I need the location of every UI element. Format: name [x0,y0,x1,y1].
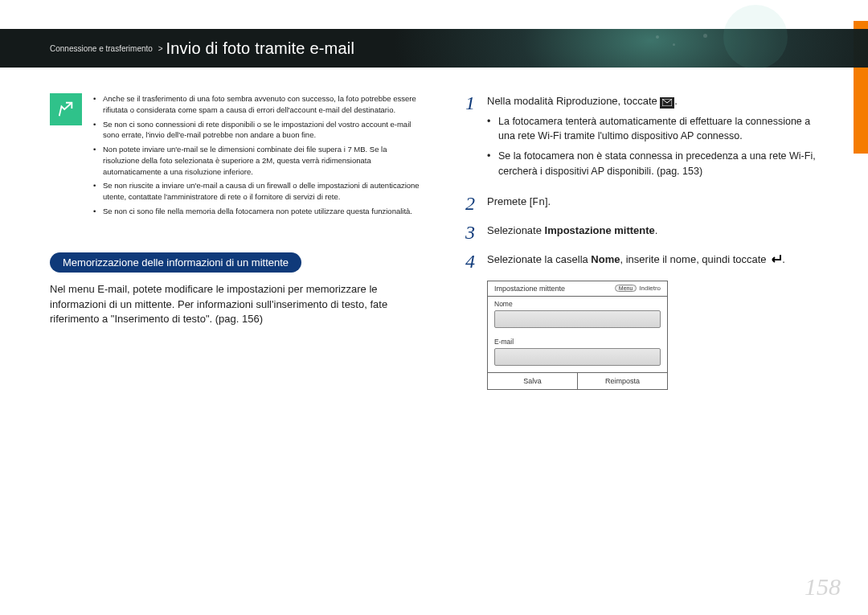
panel-buttons: Salva Reimposta [488,372,667,389]
section-subheading: Memorizzazione delle informazioni di un … [50,252,301,273]
left-column: Anche se il trasferimento di una foto se… [50,93,434,583]
breadcrumb-section: Connessione e trasferimento [50,44,153,53]
step-body: Selezionate la casella Nome, inserite il… [487,252,829,271]
step-text-post: . [674,95,678,107]
note-item: Se non ci sono connessioni di rete dispo… [93,119,424,141]
panel-header: Impostazione mittente Menu Indietro [488,281,667,296]
right-column: 1 Nella modalità Riproduzione, toccate .… [463,93,829,583]
name-field[interactable] [494,310,661,328]
note-item: Non potete inviare un'e-mail se le dimen… [93,144,424,177]
step-text-post: . [782,253,785,265]
breadcrumb: Connessione e trasferimento > [50,44,166,53]
step-text-pre: Nella modalità Riproduzione, toccate [487,95,660,107]
step-sub-list: La fotocamera tenterà automaticamente di… [487,114,829,179]
page-title: Invio di foto tramite e-mail [166,39,354,58]
step-body: Premete [Fn]. [487,194,829,213]
panel-back[interactable]: Menu Indietro [615,285,661,292]
save-button[interactable]: Salva [488,373,577,389]
step-1: 1 Nella modalità Riproduzione, toccate .… [463,93,829,184]
page-number: 158 [805,573,841,601]
email-field[interactable] [494,348,661,366]
panel-name-section: Nome [488,297,667,334]
breadcrumb-sep: > [158,44,163,53]
step-text-mid: , inserite il nome, quindi toccate [620,253,769,265]
section-paragraph: Nel menu E-mail, potete modificare le im… [50,282,434,328]
step-text-pre: Selezionate la casella [487,253,591,265]
note-item: Anche se il trasferimento di una foto se… [93,93,424,116]
step-text-pre: Premete [ [487,195,532,207]
note-icon [50,93,82,125]
step-2: 2 Premete [Fn]. [463,194,829,213]
decorative-circle [723,5,788,69]
note-item: Se non ci sono file nella memoria della … [93,206,424,217]
name-label: Nome [494,300,661,308]
email-icon [660,97,674,109]
decorative-dot [703,34,707,38]
step-sub-item: Se la fotocamera non è stata connessa in… [487,149,829,179]
step-4: 4 Selezionate la casella Nome, inserite … [463,252,829,271]
panel-email-section: E-mail [488,334,667,372]
step-number: 4 [463,252,477,271]
step-body: Nella modalità Riproduzione, toccate . L… [487,93,829,184]
reset-button[interactable]: Reimposta [577,373,667,389]
menu-badge: Menu [615,285,637,292]
step-bold: Impostazione mittente [545,224,655,236]
email-label: E-mail [494,338,661,346]
decorative-dot [673,43,675,46]
step-text-post: ]. [545,195,551,207]
step-body: Selezionate Impostazione mittente. [487,223,829,242]
step-bold: Nome [591,253,620,265]
panel-title: Impostazione mittente [494,285,565,293]
note-item: Se non riuscite a inviare un'e-mail a ca… [93,180,424,203]
back-label: Indietro [639,285,661,292]
fn-key-label: Fn [532,196,545,208]
step-number: 2 [463,194,477,213]
step-number: 3 [463,223,477,242]
note-box: Anche se il trasferimento di una foto se… [50,93,434,220]
step-sub-item: La fotocamera tenterà automaticamente di… [487,114,829,145]
step-text-post: . [655,224,658,236]
decorative-dot [656,35,659,39]
enter-icon [769,253,782,269]
step-text-pre: Selezionate [487,224,545,236]
note-list: Anche se il trasferimento di una foto se… [93,93,424,220]
step-number: 1 [463,93,477,184]
step-3: 3 Selezionate Impostazione mittente. [463,223,829,242]
camera-settings-panel: Impostazione mittente Menu Indietro Nome… [487,281,668,390]
page-header: Connessione e trasferimento > Invio di f… [0,29,868,68]
content-area: Anche se il trasferimento di una foto se… [50,93,829,583]
